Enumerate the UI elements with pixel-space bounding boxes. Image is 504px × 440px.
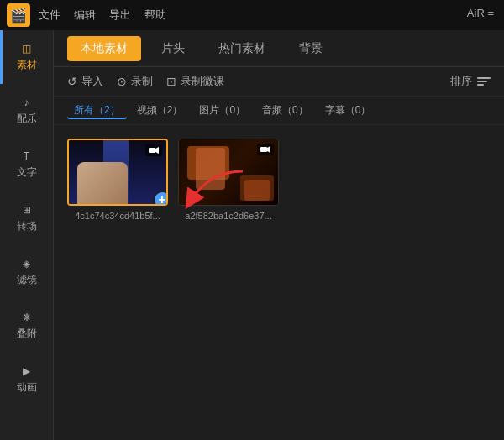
media-thumbnail[interactable]: +: [67, 139, 168, 206]
content-area: 本地素材 片头 热门素材 背景 ↺ 导入 ⊙ 录制 ⊡ 录制微课 排序: [54, 30, 504, 440]
文字-icon: T: [24, 150, 29, 162]
import-label: 导入: [81, 74, 103, 89]
sidebar-item-转场[interactable]: ⊞ 转场: [0, 191, 53, 245]
screen-record-label: 录制微课: [181, 74, 224, 89]
media-item[interactable]: a2f582ba1c2d6e37...: [178, 139, 279, 221]
svg-rect-3: [260, 147, 267, 152]
sidebar-item-滤镜[interactable]: ◈ 滤镜: [0, 245, 53, 299]
sidebar: ◫ 素材 ♪ 配乐 T 文字 ⊞ 转场 ◈ 滤镜 ❋ 叠附 ▶ 动画: [0, 30, 54, 440]
sidebar-item-文字[interactable]: T 文字: [0, 138, 53, 191]
sidebar-item-素材[interactable]: ◫ 素材: [0, 30, 53, 84]
add-to-timeline-button[interactable]: +: [153, 191, 168, 206]
screen-icon: ⊡: [166, 75, 176, 88]
record-label: 录制: [131, 74, 153, 89]
sidebar-item-动画[interactable]: ▶ 动画: [0, 353, 53, 406]
sidebar-item-label: 文字: [17, 165, 37, 180]
media-item-label: 4c1c74c34cd41b5f...: [67, 211, 168, 221]
filter-image[interactable]: 图片（0）: [192, 102, 252, 119]
sidebar-item-配乐[interactable]: ♪ 配乐: [0, 84, 53, 138]
sidebar-item-叠附[interactable]: ❋ 叠附: [0, 299, 53, 353]
app-logo: 🎬: [7, 3, 30, 27]
video-badge: [257, 144, 274, 155]
filter-video[interactable]: 视频（2）: [130, 102, 190, 119]
tab-header[interactable]: 片头: [148, 36, 198, 61]
import-icon: ↺: [67, 75, 77, 88]
动画-icon: ▶: [23, 365, 30, 377]
video-camera-icon: [149, 146, 159, 155]
filter-subtitle[interactable]: 字幕（0）: [318, 102, 378, 119]
active-indicator: [0, 30, 3, 84]
record-button[interactable]: ⊙ 录制: [117, 74, 153, 89]
sort-icon: [477, 77, 491, 86]
import-button[interactable]: ↺ 导入: [67, 74, 103, 89]
thumb-hand: [77, 162, 128, 204]
media-item[interactable]: + 4c1c74c34cd41b5f...: [67, 139, 168, 221]
tab-local[interactable]: 本地素材: [67, 36, 141, 61]
screen-record-button[interactable]: ⊡ 录制微课: [166, 74, 224, 89]
filter-audio[interactable]: 音频（0）: [255, 102, 315, 119]
menu-export[interactable]: 导出: [109, 8, 131, 23]
filter-tabs: 所有（2） 视频（2） 图片（0） 音频（0） 字幕（0）: [54, 97, 504, 125]
转场-icon: ⊞: [23, 204, 31, 216]
sidebar-item-label: 动画: [17, 380, 37, 395]
svg-rect-0: [149, 148, 155, 153]
sidebar-item-label: 转场: [17, 219, 37, 233]
sort-button[interactable]: 排序: [450, 74, 491, 89]
video-badge: [145, 144, 162, 156]
sidebar-item-label: 素材: [17, 58, 37, 72]
配乐-icon: ♪: [24, 97, 29, 108]
sidebar-item-label: 叠附: [17, 327, 37, 341]
素材-icon: ◫: [22, 43, 31, 55]
svg-marker-4: [267, 146, 270, 153]
thumb-shape: [196, 148, 225, 190]
thumb-shape2: [244, 180, 270, 201]
sort-label: 排序: [450, 74, 472, 89]
tab-bar: 本地素材 片头 热门素材 背景: [54, 30, 504, 67]
sidebar-item-label: 滤镜: [17, 273, 37, 287]
叠附-icon: ❋: [23, 312, 31, 323]
toolbar: ↺ 导入 ⊙ 录制 ⊡ 录制微课 排序: [54, 67, 504, 97]
menu-file[interactable]: 文件: [39, 8, 60, 23]
滤镜-icon: ◈: [23, 258, 30, 270]
media-item-label: a2f582ba1c2d6e37...: [178, 211, 279, 221]
air-badge: AiR =: [467, 7, 494, 19]
tab-hot[interactable]: 热门素材: [205, 36, 279, 61]
record-icon: ⊙: [117, 75, 127, 88]
sidebar-item-label: 配乐: [17, 112, 37, 126]
media-thumbnail[interactable]: [178, 139, 279, 206]
media-grid: + 4c1c74c34cd41b5f...: [54, 125, 504, 234]
filter-all[interactable]: 所有（2）: [67, 102, 127, 119]
tab-bg[interactable]: 背景: [286, 36, 336, 61]
menu-bar: 文件 编辑 导出 帮助: [39, 8, 166, 23]
title-bar: 🎬 文件 编辑 导出 帮助 AiR =: [0, 0, 504, 30]
main-layout: ◫ 素材 ♪ 配乐 T 文字 ⊞ 转场 ◈ 滤镜 ❋ 叠附 ▶ 动画: [0, 30, 504, 440]
svg-marker-1: [155, 147, 159, 154]
menu-help[interactable]: 帮助: [144, 8, 166, 23]
video-camera-icon: [260, 145, 270, 154]
menu-edit[interactable]: 编辑: [74, 8, 96, 23]
